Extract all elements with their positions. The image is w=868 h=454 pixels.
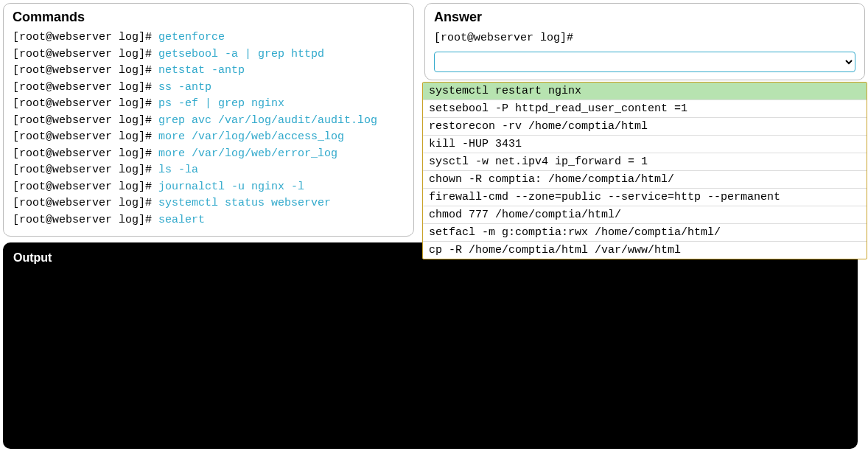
output-panel: Output <box>3 242 858 449</box>
dropdown-option[interactable]: restorecon -rv /home/comptia/html <box>423 118 867 136</box>
command-text[interactable]: systemctl status webserver <box>158 197 331 209</box>
command-text[interactable]: ps -ef | grep nginx <box>158 97 284 110</box>
dropdown-option[interactable]: kill -HUP 3431 <box>423 136 867 153</box>
command-line: [root@webserver log]# systemctl status w… <box>13 195 405 212</box>
command-prompt: [root@webserver log]# <box>13 81 158 94</box>
command-prompt: [root@webserver log]# <box>13 48 158 60</box>
command-prompt: [root@webserver log]# <box>13 114 158 127</box>
command-prompt: [root@webserver log]# <box>13 64 158 77</box>
command-line: [root@webserver log]# ls -la <box>13 162 405 179</box>
command-prompt: [root@webserver log]# <box>13 147 158 160</box>
command-line: [root@webserver log]# getenforce <box>13 29 405 46</box>
dropdown-option[interactable]: sysctl -w net.ipv4 ip_forward = 1 <box>423 153 867 171</box>
command-line: [root@webserver log]# more /var/log/web/… <box>13 146 405 163</box>
dropdown-option[interactable]: systemctl restart nginx <box>423 83 867 100</box>
command-text[interactable]: ss -antp <box>158 81 211 94</box>
command-line: [root@webserver log]# ss -antp <box>13 80 405 97</box>
command-text[interactable]: getenforce <box>158 31 225 43</box>
command-text[interactable]: ls -la <box>158 164 198 176</box>
command-line: [root@webserver log]# more /var/log/web/… <box>13 129 405 146</box>
command-text[interactable]: grep avc /var/log/audit/audit.log <box>158 114 377 127</box>
command-text[interactable]: netstat -antp <box>158 64 245 77</box>
command-prompt: [root@webserver log]# <box>13 31 158 43</box>
command-text[interactable]: journalctl -u nginx -l <box>158 181 304 193</box>
command-line: [root@webserver log]# getsebool -a | gre… <box>13 46 405 63</box>
command-text[interactable]: more /var/log/web/access_log <box>158 130 344 143</box>
answer-prompt: [root@webserver log]# <box>434 29 855 47</box>
command-text[interactable]: sealert <box>158 214 205 226</box>
answer-title: Answer <box>434 10 855 25</box>
answer-dropdown-list[interactable]: systemctl restart nginxsetsebool -P http… <box>422 82 867 259</box>
command-text[interactable]: more /var/log/web/error_log <box>158 147 337 160</box>
dropdown-option[interactable]: setsebool -P httpd_read_user_content =1 <box>423 100 867 118</box>
command-prompt: [root@webserver log]# <box>13 164 158 176</box>
command-line: [root@webserver log]# grep avc /var/log/… <box>13 113 405 130</box>
command-prompt: [root@webserver log]# <box>13 97 158 110</box>
command-prompt: [root@webserver log]# <box>13 130 158 143</box>
commands-panel: Commands [root@webserver log]# getenforc… <box>3 3 414 237</box>
command-line: [root@webserver log]# ps -ef | grep ngin… <box>13 96 405 113</box>
command-text[interactable]: getsebool -a | grep httpd <box>158 48 324 60</box>
command-prompt: [root@webserver log]# <box>13 181 158 193</box>
dropdown-option[interactable]: firewall-cmd --zone=public --service=htt… <box>423 189 867 206</box>
command-line: [root@webserver log]# sealert <box>13 212 405 229</box>
answer-panel: Answer [root@webserver log]# systemctl r… <box>424 3 865 80</box>
dropdown-option[interactable]: cp -R /home/comptia/html /var/www/html <box>423 242 867 259</box>
dropdown-option[interactable]: chmod 777 /home/comptia/html/ <box>423 206 867 224</box>
command-line: [root@webserver log]# netstat -antp <box>13 63 405 80</box>
commands-title: Commands <box>13 10 405 25</box>
dropdown-option[interactable]: setfacl -m g:comptia:rwx /home/comptia/h… <box>423 224 867 242</box>
dropdown-option[interactable]: chown -R comptia: /home/comptia/html/ <box>423 171 867 189</box>
command-prompt: [root@webserver log]# <box>13 214 158 226</box>
command-line: [root@webserver log]# journalctl -u ngin… <box>13 179 405 196</box>
answer-select[interactable] <box>434 52 855 72</box>
command-prompt: [root@webserver log]# <box>13 197 158 209</box>
commands-list: [root@webserver log]# getenforce[root@we… <box>13 29 405 228</box>
